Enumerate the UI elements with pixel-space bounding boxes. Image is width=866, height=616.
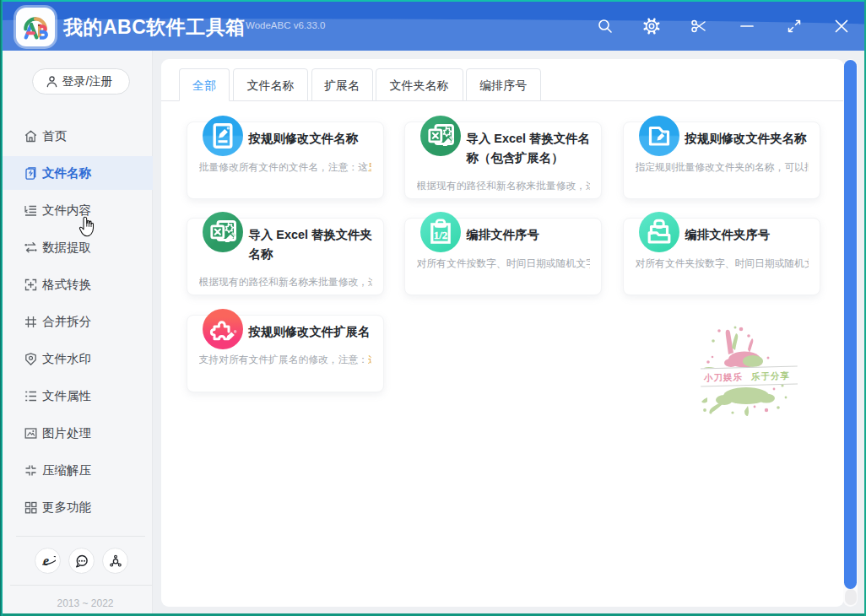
svg-text:1/2: 1/2 — [433, 229, 447, 241]
svg-text:小刀娱乐: 小刀娱乐 — [703, 371, 743, 382]
svg-text:乐于分享: 乐于分享 — [750, 370, 790, 381]
svg-text:e: e — [43, 554, 49, 568]
